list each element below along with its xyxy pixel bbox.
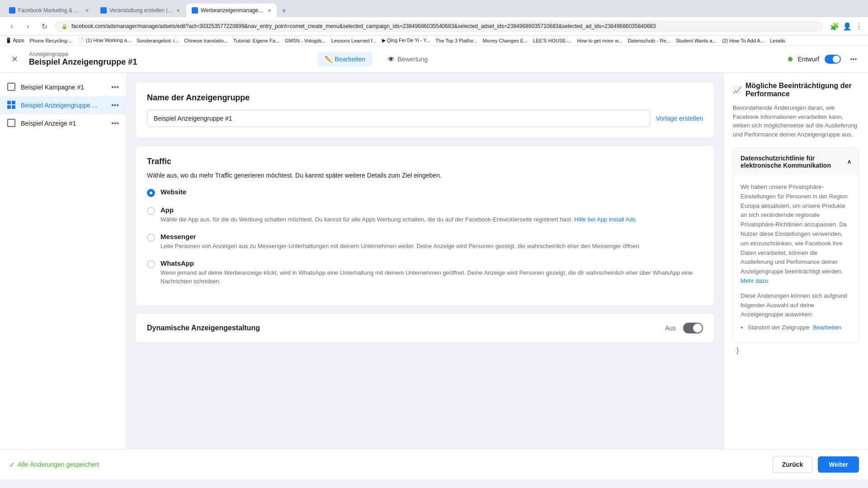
radio-website-label: Website [160,188,186,196]
bookmarks-bar: 📱 Apps Phone Recycling-... 📄 (1) How Wor… [0,36,868,46]
radio-messenger-circle[interactable] [147,234,155,242]
panel-chart-icon: 📈 [733,86,742,94]
sidebar-item-ad[interactable]: Beispiel Anzeige #1 ••• [0,114,126,132]
radio-whatsapp-circle[interactable] [147,260,155,268]
bookmark-16[interactable]: (2) How To Add A... [722,38,764,43]
browser-chrome: Facebook Marketing & Werbe... ✕ Veransta… [0,0,868,46]
radio-app-label: App [160,206,636,214]
tab-1[interactable]: Facebook Marketing & Werbe... ✕ [4,4,94,17]
campaign-more-btn[interactable]: ••• [111,83,119,91]
radio-messenger-desc: Leite Personen von Anzeigen aus zu Messe… [160,242,641,250]
bookmark-5[interactable]: Chinese translatio... [184,38,228,43]
name-input-row: Vorlage erstellen [147,110,703,127]
traffic-section-card: Traffic Wähle aus, wo du mehr Traffic ge… [136,145,714,306]
bullet-link-0[interactable]: Bearbeiten [813,324,841,331]
bookmark-8[interactable]: Lessons Learned f... [331,38,377,43]
app: ✕ Anzeigengruppe Beispiel Anzeigengruppe… [0,46,868,479]
ad-more-btn[interactable]: ••• [111,119,119,127]
name-section-card: Name der Anzeigengruppe Vorlage erstelle… [136,82,714,138]
adset-name-input[interactable] [147,110,651,127]
mehr-dazu-link[interactable]: Mehr dazu [741,277,768,284]
radio-messenger-label: Messenger [160,233,641,240]
bookmark-3[interactable]: 📄 (1) How Working a... [78,38,131,43]
tab-3[interactable]: Werbeanzeigenmanager - W... ✕ [186,4,277,17]
bookmark-13[interactable]: How to get more w... [577,38,622,43]
dynamic-section-card: Dynamische Anzeigengestaltung Aus [136,313,714,343]
vorlage-link[interactable]: Vorlage erstellen [656,115,703,122]
tab-favicon-3 [192,7,198,14]
radio-messenger-content: Messenger Leite Personen von Anzeigen au… [160,233,641,250]
address-bar[interactable]: 🔒 facebook.com/adsmanager/manage/adsets/… [54,20,823,32]
radio-app-circle[interactable] [147,207,155,215]
tab-bar: Facebook Marketing & Werbe... ✕ Veransta… [0,0,868,17]
adset-more-btn[interactable]: ••• [111,101,119,109]
header-title-group: Anzeigengruppe Beispiel Anzeigengruppe #… [29,51,137,67]
radio-app-desc: Wähle die App aus, für die du Werbung sc… [160,216,636,224]
radio-website-circle[interactable] [147,189,155,197]
next-button[interactable]: Weiter [818,456,859,473]
tab-title-2: Veranstaltung erstellen | Face... [109,7,174,14]
bookmark-6[interactable]: Tutorial: Eigene Fa... [233,38,279,43]
new-tab-btn[interactable]: + [278,5,290,17]
panel-intro-text: Bevorstehende Änderungen daran, wie Face… [733,103,859,139]
apps-bookmark[interactable]: 📱 Apps [5,38,24,43]
campaign-icon [7,83,16,92]
radio-app: App Wähle die App aus, für die du Werbun… [147,206,703,224]
bookmark-2[interactable]: Phone Recycling-... [30,38,73,43]
sidebar-item-campaign[interactable]: Beispiel Kampagne #1 ••• [0,78,126,96]
bookmark-15[interactable]: Student Wants a... [676,38,717,43]
bookmark-11[interactable]: Money Changes E... [482,38,528,43]
more-options-button[interactable]: ••• [846,52,861,66]
content-area: Name der Anzeigengruppe Vorlage erstelle… [127,73,723,449]
bookmark-12[interactable]: LEE'S HOUSE-... [533,38,571,43]
bookmark-7[interactable]: GMSN - Vologds... [285,38,326,43]
accordion: Datenschutzrichtlinie für elektronische … [733,148,859,343]
eye-icon: 👁️ [387,56,395,63]
accordion-body-p2: Diese Änderungen können sich aufgrund fo… [741,291,851,319]
bullet-item-0: Standort der Zielgruppe Bearbeiten [748,323,851,333]
extensions-icon[interactable]: 🧩 [830,22,839,31]
ad-icon [7,119,16,128]
closing-brace: } [733,343,859,358]
radio-website: Website [147,188,703,197]
reload-btn[interactable]: ↻ [38,20,51,33]
bookmark-17[interactable]: Leselis [770,38,785,43]
edit-button[interactable]: ✏️ Bearbeiten [317,52,373,66]
radio-app-content: App Wähle die App aus, für die du Werbun… [160,206,636,224]
address-bar-row: ‹ › ↻ 🔒 facebook.com/adsmanager/manage/a… [0,17,868,36]
radio-whatsapp-content: WhatsApp Wenn jemand auf deine Werbeanze… [160,259,703,285]
tab-favicon-1 [9,7,15,14]
header-title: Beispiel Anzeigengruppe #1 [29,57,137,67]
sidebar-item-adset[interactable]: Beispiel Anzeigengruppe ... ••• [0,96,126,114]
tab-close-1[interactable]: ✕ [85,8,89,13]
footer: ✓ Alle Änderungen gespeichert Zurück Wei… [0,449,868,479]
bookmark-14[interactable]: Datenschutz - Re... [628,38,670,43]
radio-messenger: Messenger Leite Personen von Anzeigen au… [147,233,703,250]
check-icon: ✓ [9,460,15,469]
tab-close-3[interactable]: ✕ [268,8,271,13]
address-text: facebook.com/adsmanager/manage/adsets/ed… [71,23,656,29]
radio-website-content: Website [160,188,186,196]
radio-whatsapp-desc: Wenn jemand auf deine Werbeanzeige klick… [160,269,703,285]
back-button[interactable]: Zurück [773,456,813,473]
bullet-list: Standort der Zielgruppe Bearbeiten [748,323,851,333]
dynamic-toggle-knob [693,324,702,333]
bookmark-9[interactable]: ▶ Qing Fei De Yi - Y... [382,38,430,43]
saved-status: ✓ Alle Änderungen gespeichert [9,460,99,469]
status-toggle[interactable] [825,55,841,64]
profile-icon[interactable]: 👤 [843,22,852,31]
app-help-link[interactable]: Hilfe bei App Install Ads [574,216,636,223]
tab-close-2[interactable]: ✕ [176,8,180,13]
dynamic-toggle[interactable] [683,323,703,333]
accordion-header[interactable]: Datenschutzrichtlinie für elektronische … [733,148,859,175]
browser-menu-icon[interactable]: ⋮ [855,22,863,31]
tab-2[interactable]: Veranstaltung erstellen | Face... ✕ [95,4,185,17]
status-indicator [788,57,793,61]
back-btn[interactable]: ‹ [5,20,18,33]
bookmark-4[interactable]: Sonderangebot: i... [137,38,179,43]
tab-favicon-2 [100,7,107,14]
forward-btn[interactable]: › [22,20,34,33]
close-button[interactable]: ✕ [7,52,22,66]
preview-button[interactable]: 👁️ Bewertung [380,52,435,66]
bookmark-10[interactable]: The Top 3 Platfor... [435,38,477,43]
